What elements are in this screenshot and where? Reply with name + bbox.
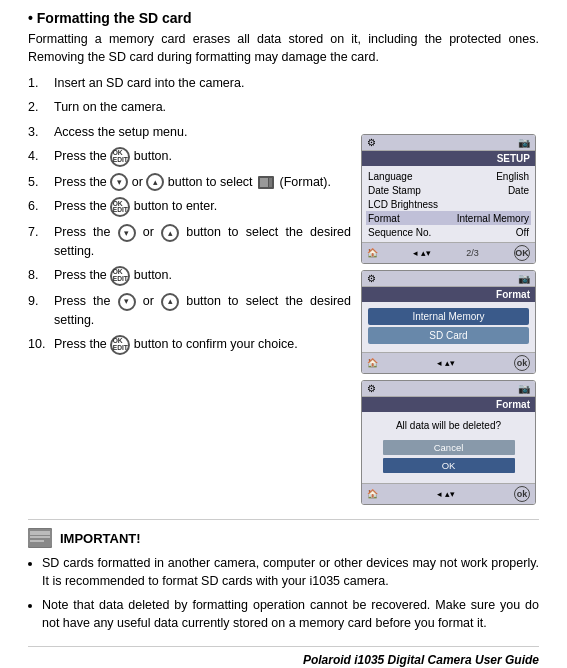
format-menu-panel: ⚙ 📷 Format Internal Memory SD Card 🏠 ◂ ▴… — [361, 270, 536, 374]
step-3: 3. Access the setup menu. — [28, 123, 351, 141]
nav-down-icon-step7: ▾ — [118, 224, 136, 242]
nav-up-icon-step7: ▴ — [161, 224, 179, 242]
svg-rect-5 — [30, 536, 50, 538]
step-8-num: 8. — [28, 266, 50, 286]
ok-icon-step6: OKEDIT — [110, 197, 130, 217]
important-icon — [28, 528, 52, 548]
format-confirm-body: All data will be deleted? Cancel OK — [362, 412, 535, 483]
ok-icon-step10: OKEDIT — [110, 335, 130, 355]
setup-row-language: Language English — [366, 169, 531, 183]
step-2-text: Turn on the camera. — [54, 98, 351, 116]
format-confirm-header: Format — [362, 397, 535, 412]
format-menu-sdcard: SD Card — [368, 327, 529, 344]
important-bullet-1: SD cards formatted in another camera, co… — [42, 554, 539, 590]
important-bullets: SD cards formatted in another camera, co… — [28, 554, 539, 632]
format-confirm-cancel-btn[interactable]: Cancel — [383, 440, 515, 455]
format-menu-panel-top: ⚙ 📷 — [362, 271, 535, 287]
important-bullet-2: Note that data deleted by formatting ope… — [42, 596, 539, 632]
format-confirm-bottom: 🏠 ◂ ▴▾ ok — [362, 483, 535, 504]
home-icon-2: 🏠 — [367, 358, 378, 368]
step-3-text: Access the setup menu. — [54, 123, 351, 141]
format-confirm-panel-top: ⚙ 📷 — [362, 381, 535, 397]
camera-panels: ⚙ 📷 SETUP Language English Date Stamp Da… — [361, 74, 539, 505]
step-5-num: 5. — [28, 173, 50, 192]
ok-badge-2: ok — [514, 355, 530, 371]
setup-panel: ⚙ 📷 SETUP Language English Date Stamp Da… — [361, 134, 536, 264]
step-6: 6. Press the OKEDIT button to enter. — [28, 197, 351, 217]
nav-up-icon-step5: ▴ — [146, 173, 164, 191]
setup-row-datestamp: Date Stamp Date — [366, 183, 531, 197]
page-footer: 88 Polaroid i1035 Digital Camera User Gu… — [28, 646, 539, 668]
step-10: 10. Press the OKEDIT button to confirm y… — [28, 335, 351, 355]
setup-panel-bottom: 🏠 ◂ ▴▾ 2/3 OK — [362, 242, 535, 263]
setup-value-format: Internal Memory — [457, 213, 529, 224]
nav-down-icon-step5: ▾ — [110, 173, 128, 191]
step-8: 8. Press the OKEDIT button. — [28, 266, 351, 286]
format-icon-step5 — [258, 176, 274, 189]
important-section: IMPORTANT! SD cards formatted in another… — [28, 519, 539, 632]
steps-area: 1. Insert an SD card into the camera. 2.… — [28, 74, 539, 505]
setup-label-datestamp: Date Stamp — [368, 185, 421, 196]
step-10-num: 10. — [28, 335, 50, 355]
nav-arrows-icon: ◂ ▴▾ — [413, 248, 431, 258]
ok-icon-step8: OKEDIT — [110, 266, 130, 286]
svg-rect-6 — [30, 540, 44, 542]
nav-arrows-icon-3: ◂ ▴▾ — [437, 489, 455, 499]
step-5: 5. Press the ▾ or ▴ button to select (Fo… — [28, 173, 351, 192]
step-4-num: 4. — [28, 147, 50, 167]
gear-icon-3: ⚙ — [367, 383, 376, 394]
step-9-text: Press the ▾ or ▴ button to select the de… — [54, 292, 351, 329]
brand-info: Polaroid i1035 Digital Camera User Guide… — [303, 653, 539, 668]
svg-rect-4 — [30, 531, 50, 535]
step-8-text: Press the OKEDIT button. — [54, 266, 351, 286]
step-1-num: 1. — [28, 74, 50, 92]
format-menu-internal: Internal Memory — [368, 308, 529, 325]
important-text: IMPORTANT! — [60, 531, 141, 546]
gear-icon-2: ⚙ — [367, 273, 376, 284]
format-confirm-ok-btn[interactable]: OK — [383, 458, 515, 473]
home-icon-3: 🏠 — [367, 489, 378, 499]
ok-badge-3: ok — [514, 486, 530, 502]
setup-panel-header: SETUP — [362, 151, 535, 166]
camera-icon-3: 📷 — [518, 383, 530, 394]
setup-label-seqno: Sequence No. — [368, 227, 431, 238]
nav-up-icon-step9: ▴ — [161, 293, 179, 311]
steps-list: 1. Insert an SD card into the camera. 2.… — [28, 74, 361, 505]
ok-icon-step4: OKEDIT — [110, 147, 130, 167]
setup-value-datestamp: Date — [508, 185, 529, 196]
setup-row-format: Format Internal Memory — [366, 211, 531, 225]
brand-line1: Polaroid i1035 Digital Camera User Guide — [303, 653, 539, 667]
svg-rect-2 — [269, 178, 272, 187]
step-6-text: Press the OKEDIT button to enter. — [54, 197, 351, 217]
setup-panel-body: Language English Date Stamp Date LCD Bri… — [362, 166, 535, 242]
step-1-text: Insert an SD card into the camera. — [54, 74, 351, 92]
section-title: Formatting the SD card — [28, 10, 539, 26]
step-7-text: Press the ▾ or ▴ button to select the de… — [54, 223, 351, 260]
gear-icon: ⚙ — [367, 137, 376, 148]
setup-label-language: Language — [368, 171, 413, 182]
page-counter: 2/3 — [466, 248, 479, 258]
step-4: 4. Press the OKEDIT button. — [28, 147, 351, 167]
step-7: 7. Press the ▾ or ▴ button to select the… — [28, 223, 351, 260]
camera-icon-2: 📷 — [518, 273, 530, 284]
step-9: 9. Press the ▾ or ▴ button to select the… — [28, 292, 351, 329]
format-menu-bottom: 🏠 ◂ ▴▾ ok — [362, 352, 535, 373]
ok-badge: OK — [514, 245, 530, 261]
setup-label-format: Format — [368, 213, 400, 224]
step-1: 1. Insert an SD card into the camera. — [28, 74, 351, 92]
setup-row-lcdbright: LCD Brightness — [366, 197, 531, 211]
nav-arrows-icon-2: ◂ ▴▾ — [437, 358, 455, 368]
setup-value-seqno: Off — [516, 227, 529, 238]
step-9-num: 9. — [28, 292, 50, 329]
step-5-text: Press the ▾ or ▴ button to select (Forma… — [54, 173, 351, 192]
step-10-text: Press the OKEDIT button to confirm your … — [54, 335, 351, 355]
setup-panel-top: ⚙ 📷 — [362, 135, 535, 151]
format-confirm-panel: ⚙ 📷 Format All data will be deleted? Can… — [361, 380, 536, 505]
nav-down-icon-step9: ▾ — [118, 293, 136, 311]
setup-row-seqno: Sequence No. Off — [366, 225, 531, 239]
step-2: 2. Turn on the camera. — [28, 98, 351, 116]
format-menu-body: Internal Memory SD Card — [362, 302, 535, 352]
page: Formatting the SD card Formatting a memo… — [0, 0, 567, 668]
camera-icon: 📷 — [518, 137, 530, 148]
step-4-text: Press the OKEDIT button. — [54, 147, 351, 167]
